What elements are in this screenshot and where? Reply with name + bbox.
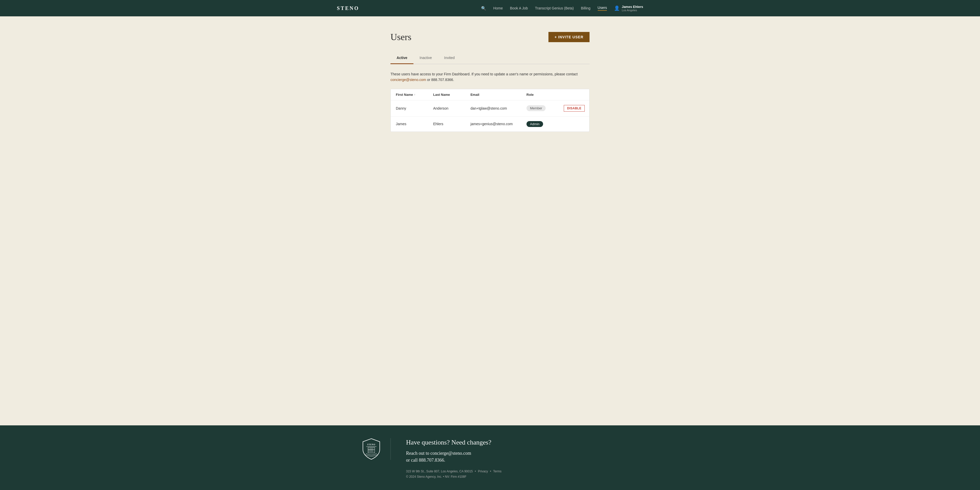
cell-email: james+genius@steno.com [470,122,526,126]
user-location: Los Angeles [622,9,637,12]
sort-icon[interactable]: ↑ [414,93,415,96]
footer-content: Have questions? Need changes? Reach out … [406,438,617,480]
navigation: STENO 🔍 Home Book A Job Transcript Geniu… [0,0,980,16]
role-badge-admin: Admin [527,121,543,127]
nav-link-home[interactable]: Home [493,6,503,10]
cell-first-name: Danny [396,106,433,110]
footer-copyright: © 2024 Steno Agency, Inc. • NV: Firm #10… [406,474,617,480]
col-first-name: First Name ↑ [396,93,433,97]
cell-last-name: Ehlers [433,122,470,126]
cell-action: DISABLE [564,105,584,112]
user-name: James Ehlers [622,5,643,9]
footer-subtext: Reach out to concierge@steno.com or call… [406,450,617,464]
nav-user[interactable]: 👤 James Ehlers Los Angeles [614,5,643,12]
cell-email: dan+tglaw@steno.com [470,106,526,110]
role-badge-member: Member [527,105,546,111]
cell-role: Admin [527,121,564,127]
search-icon[interactable]: 🔍 [481,6,486,11]
col-email: Email [470,93,526,97]
users-table: First Name ↑ Last Name Email Role Danny … [390,89,590,132]
nav-link-users[interactable]: Users [598,6,607,11]
user-info: James Ehlers Los Angeles [622,5,643,12]
privacy-link[interactable]: Privacy [478,469,488,474]
footer-headline: Have questions? Need changes? [406,438,617,447]
page-header: Users + INVITE USER [390,32,590,42]
nav-link-billing[interactable]: Billing [581,6,590,10]
user-icon: 👤 [614,5,620,11]
tab-active[interactable]: Active [390,53,414,64]
table-row: Danny Anderson dan+tglaw@steno.com Membe… [391,101,589,117]
nav-links: 🔍 Home Book A Job Transcript Genius (Bet… [481,5,643,12]
footer-dot-2: • [490,469,491,474]
invite-user-button[interactable]: + INVITE USER [549,32,590,42]
footer-meta-links: 315 W 9th St., Suite 807, Los Angeles, C… [406,469,617,474]
nav-link-transcript[interactable]: Transcript Genius (Beta) [535,6,574,10]
tab-inactive[interactable]: Inactive [414,53,438,64]
cell-first-name: James [396,122,433,126]
nav-logo: STENO [337,5,360,11]
footer-dot: • [475,469,476,474]
cell-role: Member [527,105,564,111]
contact-email-link[interactable]: concierge@steno.com [390,78,426,82]
footer: STENO Have questions? Need changes? Reac… [0,425,980,490]
disable-button[interactable]: DISABLE [564,105,585,112]
col-role: Role [527,93,564,97]
terms-link[interactable]: Terms [493,469,501,474]
svg-text:STENO: STENO [367,444,375,446]
tab-invited[interactable]: Invited [438,53,461,64]
steno-shield-logo: STENO [363,438,380,460]
tabs-container: Active Inactive Invited [390,53,590,64]
col-last-name: Last Name [433,93,470,97]
footer-meta: 315 W 9th St., Suite 807, Los Angeles, C… [406,469,617,480]
main-content: Users + INVITE USER Active Inactive Invi… [0,16,980,425]
footer-logo-area: STENO [363,438,391,460]
nav-link-book[interactable]: Book A Job [510,6,528,10]
info-text: These users have access to your Firm Das… [390,71,590,83]
cell-last-name: Anderson [433,106,470,110]
page-title: Users [390,32,411,42]
table-row: James Ehlers james+genius@steno.com Admi… [391,117,589,132]
table-header: First Name ↑ Last Name Email Role [391,89,589,101]
